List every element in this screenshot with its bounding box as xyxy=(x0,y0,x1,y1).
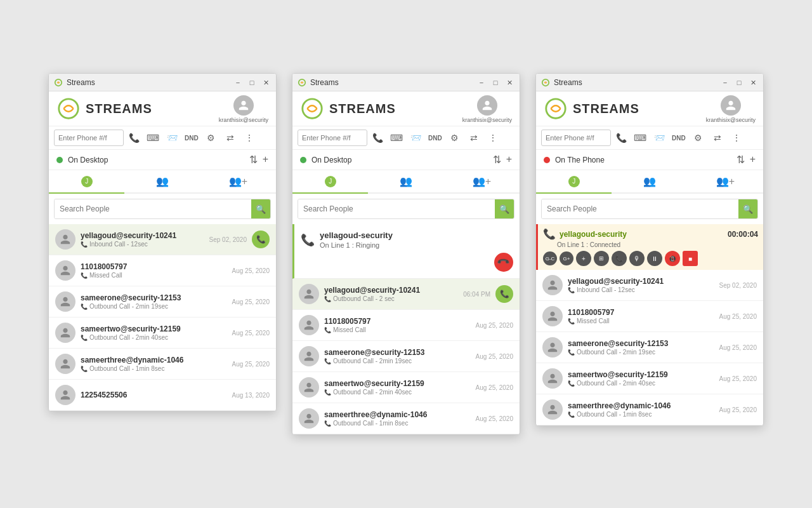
transfer-btn-1[interactable]: ⇄ xyxy=(221,129,239,147)
search-button-1[interactable]: 🔍 xyxy=(251,199,270,218)
ctrl-stop-3[interactable]: ■ xyxy=(683,251,698,266)
transfer-btn-3[interactable]: ⇄ xyxy=(709,129,726,147)
tab-groups-2[interactable]: 👥+ xyxy=(444,170,520,192)
voicemail-btn-3[interactable]: 📨 xyxy=(650,129,668,147)
contact-item-3-2[interactable]: sameerone@security-12153 📞 Outbound Call… xyxy=(536,332,763,363)
callback-btn-1-0[interactable]: 📞 xyxy=(252,231,270,248)
contact-item-1-5[interactable]: 12254525506 Aug 13, 2020 xyxy=(49,380,276,411)
tab-contacts-2[interactable]: 👥 xyxy=(368,170,443,192)
contact-item-1-0[interactable]: yellagoud@security-10241 📞 Inbound Call … xyxy=(49,224,276,255)
contact-time-1-4: Aug 25, 2020 xyxy=(232,361,270,368)
reject-btn-2[interactable]: 📞 xyxy=(490,249,517,276)
dnd-btn-2[interactable]: DND xyxy=(426,135,445,142)
sort-icon-2[interactable]: ⇅ xyxy=(493,154,501,166)
more-btn-3[interactable]: ⋮ xyxy=(728,129,745,147)
keypad-btn-2[interactable]: ⌨ xyxy=(388,129,405,147)
contacts-icon-2: 👥 xyxy=(400,175,412,187)
contact-item-2-4[interactable]: sameerthree@dynamic-1046 📞 Outbound Call… xyxy=(292,403,520,434)
contact-sub-1-4: 📞 Outbound Call - 1min 8sec xyxy=(81,365,227,372)
contact-item-1-2[interactable]: sameerone@security-12153 📞 Outbound Call… xyxy=(49,286,276,318)
ctrl-go-3[interactable]: G+ xyxy=(560,251,573,265)
callback-btn-2-0[interactable]: 📞 xyxy=(495,285,513,303)
search-button-2[interactable]: 🔍 xyxy=(495,199,514,218)
contact-item-2-0[interactable]: yellagoud@security-10241 📞 Outbound Call… xyxy=(292,279,520,310)
ctrl-grid-3[interactable]: ⊞ xyxy=(594,251,609,266)
tab-groups-3[interactable]: 👥+ xyxy=(688,170,763,192)
close-btn-2[interactable]: ✕ xyxy=(504,77,514,88)
contact-sub-text-2-0: Outbound Call - 2 sec xyxy=(333,295,395,302)
contact-item-1-3[interactable]: sameertwo@security-12159 📞 Outbound Call… xyxy=(49,318,276,349)
maximize-btn-1[interactable]: □ xyxy=(247,77,257,88)
search-input-3[interactable] xyxy=(542,199,738,218)
contact-item-1-1[interactable]: 11018005797 📞 Missed Call Aug 25, 2020 xyxy=(49,255,276,286)
sort-icon-3[interactable]: ⇅ xyxy=(737,154,745,166)
minimize-btn-3[interactable]: − xyxy=(720,77,730,88)
phone-input-2[interactable] xyxy=(298,130,367,146)
keypad-btn-3[interactable]: ⌨ xyxy=(631,129,649,147)
contact-time-2-0: 06:04 PM xyxy=(463,291,490,298)
ctrl-hangup-3[interactable]: 📵 xyxy=(665,251,680,266)
contact-item-2-1[interactable]: 11018005797 📞 Missed Call Aug 25, 2020 xyxy=(292,310,520,341)
contact-sub-1-1: 📞 Missed Call xyxy=(81,272,227,279)
contact-item-3-4[interactable]: sameerthree@dynamic-1046 📞 Outbound Call… xyxy=(536,394,763,425)
tab-recent-2[interactable]: J xyxy=(292,170,368,192)
settings-btn-2[interactable]: ⚙ xyxy=(446,129,464,147)
dnd-btn-3[interactable]: DND xyxy=(669,135,688,142)
sort-icon-1[interactable]: ⇅ xyxy=(249,154,258,166)
tab-contacts-1[interactable]: 👥 xyxy=(124,170,200,192)
tab-recent-3[interactable]: J xyxy=(536,170,612,192)
voicemail-btn-2[interactable]: 📨 xyxy=(407,129,424,147)
maximize-btn-3[interactable]: □ xyxy=(734,77,744,88)
add-icon-3[interactable]: + xyxy=(750,154,756,166)
app-name-1: STREAMS xyxy=(86,102,152,116)
more-btn-2[interactable]: ⋮ xyxy=(484,129,502,147)
settings-btn-3[interactable]: ⚙ xyxy=(690,129,707,147)
contact-info-2-4: sameerthree@dynamic-1046 📞 Outbound Call… xyxy=(324,410,471,427)
tab-recent-1[interactable]: J xyxy=(49,170,124,192)
close-btn-1[interactable]: ✕ xyxy=(261,77,271,88)
minimize-btn-1[interactable]: − xyxy=(233,77,243,88)
contact-item-2-3[interactable]: sameertwo@security-12159 📞 Outbound Call… xyxy=(292,372,520,403)
phone-sub-icon-3-3: 📞 xyxy=(568,380,575,387)
phone-input-1[interactable] xyxy=(54,130,124,146)
ringing-item-2[interactable]: 📞 yellagoud-security On Line 1 : Ringing… xyxy=(292,224,520,279)
contact-item-2-2[interactable]: sameerone@security-12153 📞 Outbound Call… xyxy=(292,341,520,372)
add-icon-1[interactable]: + xyxy=(263,154,268,166)
dnd-btn-1[interactable]: DND xyxy=(182,135,201,142)
call-btn-2[interactable]: 📞 xyxy=(369,129,386,147)
call-btn-3[interactable]: 📞 xyxy=(612,129,630,147)
contact-avatar-1-1 xyxy=(55,260,75,281)
contact-sub-3-1: 📞 Missed Call xyxy=(568,318,714,324)
keypad-btn-1[interactable]: ⌨ xyxy=(144,129,162,147)
close-btn-3[interactable]: ✕ xyxy=(748,77,758,88)
missed-icon-1-1: 📞 xyxy=(81,272,88,279)
contact-name-1-5: 12254525506 xyxy=(81,391,227,399)
contact-item-1-4[interactable]: sameerthree@dynamic-1046 📞 Outbound Call… xyxy=(49,349,276,380)
ctrl-gc-3[interactable]: G-C xyxy=(543,251,557,265)
more-btn-1[interactable]: ⋮ xyxy=(240,129,258,147)
contact-item-3-1[interactable]: 11018005797 📞 Missed Call Aug 25, 2020 xyxy=(536,301,763,332)
tab-contacts-3[interactable]: 👥 xyxy=(612,170,687,192)
user-avatar-3: kranthisix@security xyxy=(706,95,756,123)
search-input-2[interactable] xyxy=(298,199,495,218)
ctrl-mic-3[interactable]: 🎙 xyxy=(629,251,645,266)
search-button-3[interactable]: 🔍 xyxy=(738,199,757,218)
contact-item-3-3[interactable]: sameertwo@security-12159 📞 Outbound Call… xyxy=(536,363,763,394)
call-btn-1[interactable]: 📞 xyxy=(125,129,143,147)
ctrl-hold-3[interactable]: ⏸ xyxy=(647,251,662,266)
transfer-btn-2[interactable]: ⇄ xyxy=(465,129,483,147)
minimize-btn-2[interactable]: − xyxy=(476,77,487,88)
maximize-btn-2[interactable]: □ xyxy=(490,77,501,88)
phone-sub-icon-3-4: 📞 xyxy=(568,411,575,418)
contact-item-3-0[interactable]: yellagoud@security-10241 📞 Inbound Call … xyxy=(536,270,763,301)
tab-groups-1[interactable]: 👥+ xyxy=(200,170,276,192)
settings-btn-1[interactable]: ⚙ xyxy=(202,129,220,147)
ctrl-add-3[interactable]: + xyxy=(576,251,591,266)
contact-info-1-1: 11018005797 📞 Missed Call xyxy=(81,262,227,279)
toolbar-2: 📞 ⌨ 📨 DND ⚙ ⇄ ⋮ xyxy=(292,126,520,150)
phone-input-3[interactable] xyxy=(541,130,611,146)
add-icon-2[interactable]: + xyxy=(506,154,512,166)
ctrl-phone-3[interactable]: 📞 xyxy=(612,251,627,266)
search-input-1[interactable] xyxy=(55,199,251,218)
voicemail-btn-1[interactable]: 📨 xyxy=(163,129,181,147)
